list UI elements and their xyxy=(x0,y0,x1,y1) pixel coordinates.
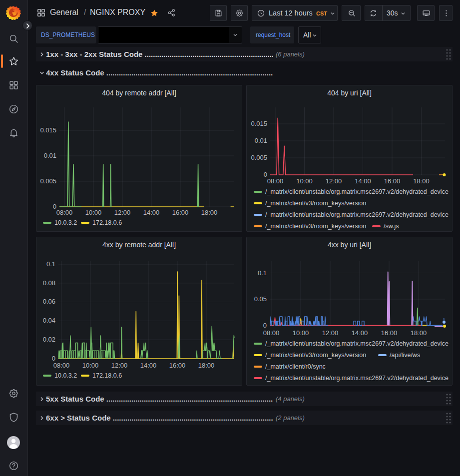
svg-text:16:00: 16:00 xyxy=(381,329,398,337)
svg-text:10:00: 10:00 xyxy=(82,362,99,369)
svg-text:12:00: 12:00 xyxy=(326,177,342,185)
svg-text:12:00: 12:00 xyxy=(114,209,131,216)
svg-text:14:00: 14:00 xyxy=(143,209,160,216)
svg-text:0.015: 0.015 xyxy=(251,120,267,127)
svg-text:08:00: 08:00 xyxy=(267,177,284,185)
svg-text:18:00: 18:00 xyxy=(411,329,427,337)
svg-text:18:00: 18:00 xyxy=(201,209,218,216)
svg-text:0.015: 0.015 xyxy=(40,126,56,134)
svg-text:08:00: 08:00 xyxy=(53,362,70,369)
svg-text:18:00: 18:00 xyxy=(198,362,215,369)
svg-text:12:00: 12:00 xyxy=(322,329,339,337)
svg-text:08:00: 08:00 xyxy=(263,329,280,337)
svg-text:0.01: 0.01 xyxy=(255,137,267,144)
svg-text:14:00: 14:00 xyxy=(355,177,371,185)
svg-text:10:00: 10:00 xyxy=(293,329,309,337)
svg-text:12:00: 12:00 xyxy=(111,362,128,369)
svg-text:0.005: 0.005 xyxy=(251,154,267,161)
svg-text:14:00: 14:00 xyxy=(140,362,157,369)
svg-text:08:00: 08:00 xyxy=(56,209,73,216)
svg-text:0.05: 0.05 xyxy=(254,295,267,303)
svg-text:10:00: 10:00 xyxy=(296,177,313,185)
svg-text:16:00: 16:00 xyxy=(169,362,186,369)
svg-text:0: 0 xyxy=(263,322,267,329)
svg-text:0.04: 0.04 xyxy=(43,317,55,324)
svg-text:0.1: 0.1 xyxy=(46,260,55,268)
svg-text:16:00: 16:00 xyxy=(384,177,401,185)
svg-text:16:00: 16:00 xyxy=(172,209,189,216)
svg-text:18:00: 18:00 xyxy=(413,177,430,185)
svg-text:0.06: 0.06 xyxy=(43,298,55,305)
svg-text:0.01: 0.01 xyxy=(44,152,56,159)
svg-text:10:00: 10:00 xyxy=(85,209,102,216)
svg-text:0.02: 0.02 xyxy=(43,336,55,343)
svg-text:0: 0 xyxy=(52,355,55,362)
svg-text:0.08: 0.08 xyxy=(43,279,55,287)
svg-text:14:00: 14:00 xyxy=(352,329,368,337)
svg-text:0.1: 0.1 xyxy=(258,269,267,277)
svg-text:0.005: 0.005 xyxy=(40,177,56,185)
